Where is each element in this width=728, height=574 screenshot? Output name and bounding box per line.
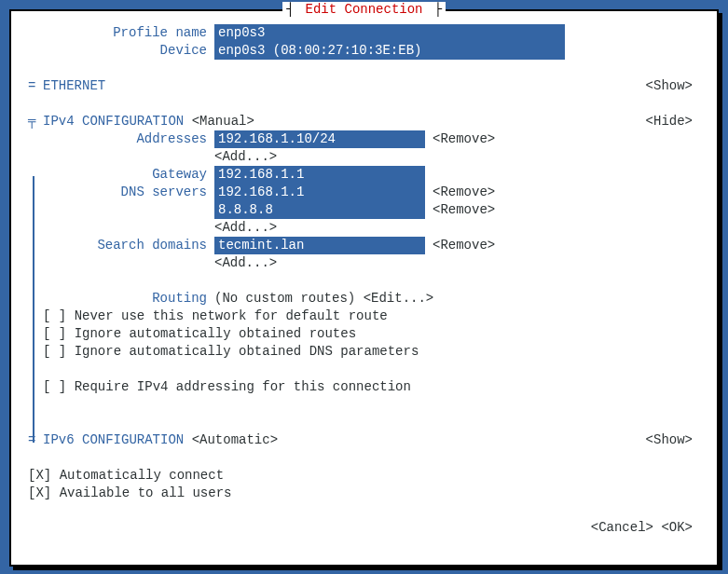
device-label: Device xyxy=(28,42,214,60)
cancel-button[interactable]: <Cancel> xyxy=(591,520,653,535)
ethernet-show-button[interactable]: <Show> xyxy=(646,77,700,95)
dns-add-button[interactable]: <Add...> xyxy=(214,219,277,237)
profile-name-label: Profile name xyxy=(28,24,214,42)
ipv4-vertical-bar xyxy=(33,176,34,443)
ipv6-mode-select[interactable]: <Automatic> xyxy=(192,431,278,449)
gateway-input[interactable]: 192.168.1.1 xyxy=(214,166,425,184)
ipv4-title: IPv4 CONFIGURATION xyxy=(43,113,184,130)
routing-edit-button[interactable]: <Edit...> xyxy=(364,290,434,308)
dns-input-1[interactable]: 8.8.8.8 xyxy=(214,201,425,219)
routing-text: (No custom routes) xyxy=(214,290,355,308)
dialog-title: Edit Connection xyxy=(297,2,430,17)
dns-input-0[interactable]: 192.168.1.1 xyxy=(214,184,425,201)
search-add-button[interactable]: <Add...> xyxy=(214,254,277,272)
auto-connect-checkbox[interactable]: [X] Automatically connect xyxy=(28,467,224,485)
dialog-frame: ┤Edit Connection├ Profile name enp0s3 De… xyxy=(9,9,719,567)
addresses-label: Addresses xyxy=(28,130,214,148)
profile-name-input[interactable]: enp0s3 xyxy=(214,24,565,42)
ipv6-show-button[interactable]: <Show> xyxy=(646,431,700,449)
ethernet-marker: = xyxy=(28,77,43,95)
address-input-0[interactable]: 192.168.1.10/24 xyxy=(214,130,425,148)
search-remove-0[interactable]: <Remove> xyxy=(433,237,495,254)
search-input-0[interactable]: tecmint.lan xyxy=(214,237,425,254)
ipv4-mode-select[interactable]: <Manual> xyxy=(192,113,254,130)
ipv6-marker: = xyxy=(28,431,43,449)
search-domains-label: Search domains xyxy=(28,237,214,254)
gateway-label: Gateway xyxy=(28,166,214,184)
device-input[interactable]: enp0s3 (08:00:27:10:3E:EB) xyxy=(214,42,565,60)
dns-remove-1[interactable]: <Remove> xyxy=(433,201,495,219)
dns-label: DNS servers xyxy=(28,184,214,201)
routing-label: Routing xyxy=(28,290,214,308)
ipv4-marker: ╤ xyxy=(28,113,43,130)
title-bar: ┤Edit Connection├ xyxy=(11,2,717,17)
ok-button[interactable]: <OK> xyxy=(661,520,693,535)
ethernet-title: ETHERNET xyxy=(43,77,105,95)
ipv4-checkbox-1[interactable]: [ ] Ignore automatically obtained routes xyxy=(43,326,356,341)
ipv4-hide-button[interactable]: <Hide> xyxy=(646,113,700,130)
dns-remove-0[interactable]: <Remove> xyxy=(433,184,495,201)
ipv4-require-checkbox[interactable]: [ ] Require IPv4 addressing for this con… xyxy=(43,379,411,394)
address-add-button[interactable]: <Add...> xyxy=(214,148,277,166)
all-users-checkbox[interactable]: [X] Available to all users xyxy=(28,485,231,502)
address-remove-0[interactable]: <Remove> xyxy=(433,130,495,148)
ipv4-checkbox-2[interactable]: [ ] Ignore automatically obtained DNS pa… xyxy=(43,344,419,359)
ipv4-checkbox-0[interactable]: [ ] Never use this network for default r… xyxy=(43,308,388,323)
ipv6-title: IPv6 CONFIGURATION xyxy=(43,431,184,449)
